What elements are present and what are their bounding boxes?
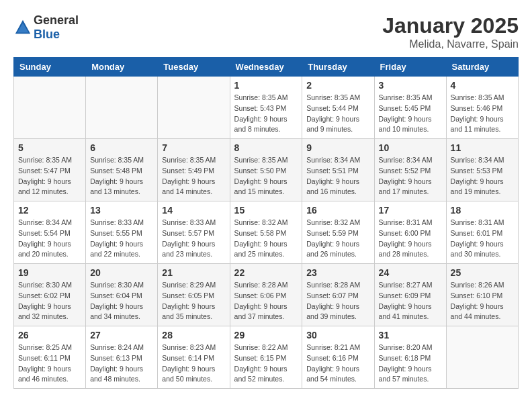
- calendar-cell: 30Sunrise: 8:21 AMSunset: 6:16 PMDayligh…: [302, 326, 374, 389]
- calendar-cell: 21Sunrise: 8:29 AMSunset: 6:05 PMDayligh…: [158, 264, 230, 326]
- month-title: January 2025: [382, 13, 519, 38]
- day-info: Sunrise: 8:31 AMSunset: 6:00 PMDaylight:…: [379, 218, 442, 260]
- day-number: 3: [379, 80, 442, 91]
- day-number: 13: [90, 205, 153, 216]
- day-info: Sunrise: 8:30 AMSunset: 6:04 PMDaylight:…: [90, 280, 153, 322]
- calendar-cell: 15Sunrise: 8:32 AMSunset: 5:58 PMDayligh…: [230, 201, 302, 264]
- day-number: 27: [90, 330, 153, 340]
- calendar-cell: 10Sunrise: 8:34 AMSunset: 5:52 PMDayligh…: [374, 139, 446, 201]
- day-info: Sunrise: 8:21 AMSunset: 6:16 PMDaylight:…: [306, 342, 369, 385]
- day-info: Sunrise: 8:29 AMSunset: 6:05 PMDaylight:…: [162, 280, 225, 322]
- day-info: Sunrise: 8:35 AMSunset: 5:46 PMDaylight:…: [451, 93, 514, 135]
- calendar-cell: 16Sunrise: 8:32 AMSunset: 5:59 PMDayligh…: [302, 201, 374, 264]
- day-info: Sunrise: 8:22 AMSunset: 6:15 PMDaylight:…: [234, 342, 298, 385]
- day-number: 4: [451, 80, 514, 91]
- calendar-cell: [14, 77, 86, 139]
- calendar-cell: 23Sunrise: 8:28 AMSunset: 6:07 PMDayligh…: [302, 264, 374, 326]
- calendar-cell: 11Sunrise: 8:34 AMSunset: 5:53 PMDayligh…: [446, 139, 518, 201]
- day-info: Sunrise: 8:34 AMSunset: 5:52 PMDaylight:…: [379, 155, 442, 197]
- day-number: 25: [451, 267, 514, 278]
- calendar-cell: 1Sunrise: 8:35 AMSunset: 5:43 PMDaylight…: [230, 77, 302, 139]
- calendar-week-2: 5Sunrise: 8:35 AMSunset: 5:47 PMDaylight…: [14, 139, 519, 201]
- day-info: Sunrise: 8:28 AMSunset: 6:07 PMDaylight:…: [306, 280, 369, 322]
- day-number: 10: [379, 142, 442, 153]
- calendar-cell: 2Sunrise: 8:35 AMSunset: 5:44 PMDaylight…: [302, 77, 374, 139]
- day-number: 17: [379, 205, 442, 216]
- calendar-cell: 22Sunrise: 8:28 AMSunset: 6:06 PMDayligh…: [230, 264, 302, 326]
- day-info: Sunrise: 8:20 AMSunset: 6:18 PMDaylight:…: [379, 342, 442, 385]
- day-info: Sunrise: 8:35 AMSunset: 5:48 PMDaylight:…: [90, 155, 153, 197]
- day-info: Sunrise: 8:25 AMSunset: 6:11 PMDaylight:…: [18, 342, 81, 385]
- calendar-cell: 5Sunrise: 8:35 AMSunset: 5:47 PMDaylight…: [14, 139, 86, 201]
- day-info: Sunrise: 8:35 AMSunset: 5:49 PMDaylight:…: [162, 155, 225, 197]
- calendar-week-3: 12Sunrise: 8:34 AMSunset: 5:54 PMDayligh…: [14, 201, 519, 264]
- page-header: General Blue January 2025 Melida, Navarr…: [13, 13, 519, 50]
- calendar-cell: 25Sunrise: 8:26 AMSunset: 6:10 PMDayligh…: [446, 264, 518, 326]
- calendar-cell: 31Sunrise: 8:20 AMSunset: 6:18 PMDayligh…: [374, 326, 446, 389]
- header-saturday: Saturday: [446, 58, 518, 77]
- day-number: 9: [306, 142, 369, 153]
- day-number: 29: [234, 330, 298, 340]
- calendar-cell: 28Sunrise: 8:23 AMSunset: 6:14 PMDayligh…: [158, 326, 230, 389]
- calendar-cell: [86, 77, 158, 139]
- day-info: Sunrise: 8:34 AMSunset: 5:51 PMDaylight:…: [306, 155, 369, 197]
- calendar-week-1: 1Sunrise: 8:35 AMSunset: 5:43 PMDaylight…: [14, 77, 519, 139]
- day-info: Sunrise: 8:32 AMSunset: 5:59 PMDaylight:…: [306, 218, 369, 260]
- calendar-cell: 18Sunrise: 8:31 AMSunset: 6:01 PMDayligh…: [446, 201, 518, 264]
- day-number: 16: [306, 205, 369, 216]
- logo: General Blue: [13, 13, 79, 42]
- day-number: 23: [306, 267, 369, 278]
- day-number: 18: [451, 205, 514, 216]
- header-monday: Monday: [86, 58, 158, 77]
- calendar-cell: 7Sunrise: 8:35 AMSunset: 5:49 PMDaylight…: [158, 139, 230, 201]
- calendar-week-5: 26Sunrise: 8:25 AMSunset: 6:11 PMDayligh…: [14, 326, 519, 389]
- calendar-cell: 26Sunrise: 8:25 AMSunset: 6:11 PMDayligh…: [14, 326, 86, 389]
- header-wednesday: Wednesday: [230, 58, 302, 77]
- header-friday: Friday: [374, 58, 446, 77]
- day-number: 7: [162, 142, 225, 153]
- day-info: Sunrise: 8:34 AMSunset: 5:53 PMDaylight:…: [451, 155, 514, 197]
- title-section: January 2025 Melida, Navarre, Spain: [382, 13, 519, 50]
- calendar-cell: 9Sunrise: 8:34 AMSunset: 5:51 PMDaylight…: [302, 139, 374, 201]
- day-number: 28: [162, 330, 225, 340]
- day-number: 11: [451, 142, 514, 153]
- calendar-cell: 12Sunrise: 8:34 AMSunset: 5:54 PMDayligh…: [14, 201, 86, 264]
- day-number: 26: [18, 330, 81, 340]
- calendar-cell: [446, 326, 518, 389]
- day-info: Sunrise: 8:24 AMSunset: 6:13 PMDaylight:…: [90, 342, 153, 385]
- day-info: Sunrise: 8:35 AMSunset: 5:45 PMDaylight:…: [379, 93, 442, 135]
- calendar-cell: 4Sunrise: 8:35 AMSunset: 5:46 PMDaylight…: [446, 77, 518, 139]
- day-info: Sunrise: 8:31 AMSunset: 6:01 PMDaylight:…: [451, 218, 514, 260]
- day-info: Sunrise: 8:33 AMSunset: 5:55 PMDaylight:…: [90, 218, 153, 260]
- calendar-cell: [158, 77, 230, 139]
- header-thursday: Thursday: [302, 58, 374, 77]
- day-info: Sunrise: 8:35 AMSunset: 5:47 PMDaylight:…: [18, 155, 81, 197]
- day-number: 21: [162, 267, 225, 278]
- location-title: Melida, Navarre, Spain: [382, 38, 519, 50]
- day-info: Sunrise: 8:35 AMSunset: 5:50 PMDaylight:…: [234, 155, 298, 197]
- day-number: 30: [306, 330, 369, 340]
- calendar-cell: 3Sunrise: 8:35 AMSunset: 5:45 PMDaylight…: [374, 77, 446, 139]
- calendar-cell: 20Sunrise: 8:30 AMSunset: 6:04 PMDayligh…: [86, 264, 158, 326]
- calendar-cell: 27Sunrise: 8:24 AMSunset: 6:13 PMDayligh…: [86, 326, 158, 389]
- day-number: 8: [234, 142, 298, 153]
- day-number: 2: [306, 80, 369, 91]
- calendar-table: Sunday Monday Tuesday Wednesday Thursday…: [13, 57, 519, 389]
- day-number: 12: [18, 205, 81, 216]
- calendar-cell: 6Sunrise: 8:35 AMSunset: 5:48 PMDaylight…: [86, 139, 158, 201]
- day-info: Sunrise: 8:33 AMSunset: 5:57 PMDaylight:…: [162, 218, 225, 260]
- day-number: 20: [90, 267, 153, 278]
- calendar-cell: 13Sunrise: 8:33 AMSunset: 5:55 PMDayligh…: [86, 201, 158, 264]
- logo-blue-text: Blue: [34, 28, 60, 41]
- day-info: Sunrise: 8:23 AMSunset: 6:14 PMDaylight:…: [162, 342, 225, 385]
- day-number: 14: [162, 205, 225, 216]
- day-info: Sunrise: 8:35 AMSunset: 5:44 PMDaylight:…: [306, 93, 369, 135]
- day-info: Sunrise: 8:30 AMSunset: 6:02 PMDaylight:…: [18, 280, 81, 322]
- calendar-cell: 29Sunrise: 8:22 AMSunset: 6:15 PMDayligh…: [230, 326, 302, 389]
- calendar-cell: 17Sunrise: 8:31 AMSunset: 6:00 PMDayligh…: [374, 201, 446, 264]
- day-info: Sunrise: 8:35 AMSunset: 5:43 PMDaylight:…: [234, 93, 298, 135]
- day-number: 6: [90, 142, 153, 153]
- day-info: Sunrise: 8:32 AMSunset: 5:58 PMDaylight:…: [234, 218, 298, 260]
- day-number: 15: [234, 205, 298, 216]
- calendar-cell: 19Sunrise: 8:30 AMSunset: 6:02 PMDayligh…: [14, 264, 86, 326]
